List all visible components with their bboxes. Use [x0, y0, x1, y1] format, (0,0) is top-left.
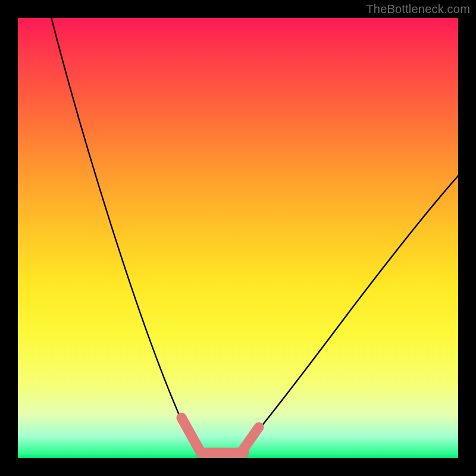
curve-layer [18, 18, 458, 458]
marker-left [181, 418, 199, 450]
watermark-text: TheBottleneck.com [366, 2, 470, 16]
curve-left [51, 18, 196, 449]
marker-right [242, 427, 259, 451]
curve-right [243, 173, 458, 449]
chart-frame: TheBottleneck.com [0, 0, 476, 476]
plot-area [18, 18, 458, 458]
